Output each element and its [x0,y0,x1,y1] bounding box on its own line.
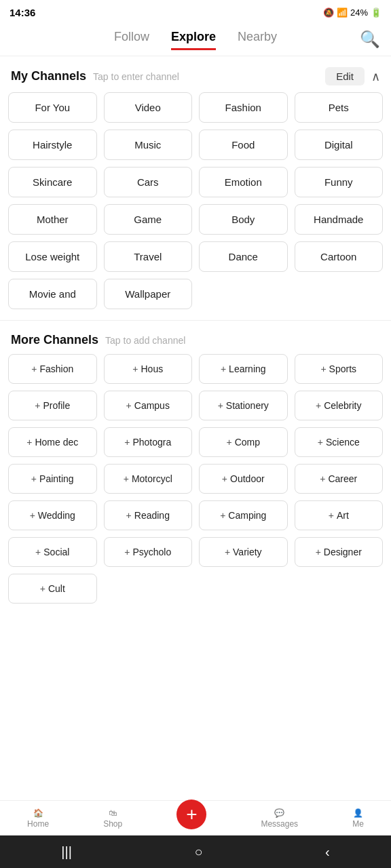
more-channel-chip[interactable]: +Learning [199,354,288,384]
more-channel-chip[interactable]: +Reading [104,500,193,530]
status-bar: 14:36 🔕 📶 24% 🔋 [0,0,391,24]
plus-icon: + [126,400,132,411]
my-channel-chip[interactable]: Food [199,130,288,160]
nav-shop-label: Shop [103,819,122,829]
nav-messages-label: Messages [261,819,298,829]
my-channel-chip[interactable]: Movie and [8,279,97,309]
more-channel-chip[interactable]: +Psycholo [104,537,193,567]
more-chip-label: Wedding [38,510,75,521]
back-button[interactable]: ‹ [325,844,330,860]
my-channel-chip[interactable]: Dance [199,241,288,272]
more-channel-chip[interactable]: +Motorcycl [104,464,193,494]
more-channels-grid: +Fashion+Hous+Learning+Sports+Profile+Ca… [0,354,391,612]
more-chip-label: Campus [134,400,170,411]
more-channel-chip[interactable]: +Hous [104,354,193,384]
more-chip-label: Outdoor [230,473,265,484]
my-channels-subtitle: Tap to enter channel [93,71,179,82]
plus-icon: + [31,363,37,374]
more-channel-chip[interactable]: +Sports [295,354,384,384]
my-channels-header: My Channels Tap to enter channel Edit ∧ [0,56,391,92]
more-channel-chip[interactable]: +Camping [199,500,288,530]
top-nav: Follow Explore Nearby 🔍 [0,24,391,50]
my-channel-chip[interactable]: Mother [8,204,97,235]
more-channels-header: More Channels Tap to add channel [0,323,391,354]
more-chip-label: Cult [48,583,65,594]
battery-text: 24% [350,7,368,18]
status-icons: 🔕 📶 24% 🔋 [323,7,381,18]
more-channel-chip[interactable]: +Stationery [199,391,288,420]
collapse-icon[interactable]: ∧ [371,69,380,84]
more-chip-label: Career [328,473,357,484]
more-chip-label: Motorcycl [132,473,172,484]
plus-icon: + [318,437,323,448]
more-chip-label: Sports [329,363,356,374]
status-time: 14:36 [10,7,35,18]
home-button[interactable]: ○ [194,844,202,860]
my-channel-chip[interactable]: Lose weight [8,241,97,272]
more-channel-chip[interactable]: +Cult [8,574,97,604]
more-channel-chip[interactable]: +Photogra [104,427,193,457]
my-channel-chip[interactable]: Game [104,204,193,235]
nav-messages[interactable]: 💬 Messages [261,808,298,829]
my-channel-chip[interactable]: Cars [104,167,193,197]
nav-shop[interactable]: 🛍 Shop [103,808,122,829]
my-channel-chip[interactable]: For You [8,92,97,123]
my-channel-chip[interactable]: Handmade [295,204,384,235]
my-channel-chip[interactable]: Travel [104,241,193,272]
my-channel-chip[interactable]: Fashion [199,92,288,123]
more-channel-chip[interactable]: +Career [295,464,384,494]
more-channel-chip[interactable]: +Art [295,500,384,530]
my-channel-chip[interactable]: Pets [295,92,384,123]
more-channel-chip[interactable]: +Fashion [8,354,97,384]
more-channel-chip[interactable]: +Science [295,427,384,457]
more-channels-subtitle: Tap to add channel [105,335,185,346]
mute-icon: 🔕 [323,7,334,18]
home-icon: 🏠 [33,808,43,818]
plus-icon: + [124,473,129,484]
more-chip-label: Hous [141,363,164,374]
nav-tabs: Follow Explore Nearby [114,30,277,50]
more-channel-chip[interactable]: +Comp [199,427,288,457]
more-channel-chip[interactable]: +Profile [8,391,97,420]
my-channel-chip[interactable]: Wallpaper [104,279,193,309]
my-channels-title-group: My Channels Tap to enter channel [11,69,179,83]
more-channel-chip[interactable]: +Wedding [8,500,97,530]
plus-icon: + [126,510,132,521]
tab-follow[interactable]: Follow [114,30,149,50]
recent-apps-button[interactable]: ||| [61,844,72,860]
my-channel-chip[interactable]: Music [104,130,193,160]
plus-icon: + [35,547,41,557]
my-channel-chip[interactable]: Video [104,92,193,123]
more-chip-label: Celebrity [324,400,361,411]
more-channel-chip[interactable]: +Campus [104,391,193,420]
my-channel-chip[interactable]: Skincare [8,167,97,197]
more-channel-chip[interactable]: +Variety [199,537,288,567]
plus-icon: + [31,473,37,484]
signal-icon: 📶 [337,7,348,18]
my-channel-chip[interactable]: Body [199,204,288,235]
my-channel-chip[interactable]: Emotion [199,167,288,197]
tab-nearby[interactable]: Nearby [238,30,277,50]
messages-icon: 💬 [274,808,284,818]
more-chip-label: Fashion [39,363,73,374]
more-chip-label: Learning [229,363,266,374]
nav-home[interactable]: 🏠 Home [27,808,49,829]
search-icon[interactable]: 🔍 [360,30,380,49]
nav-me[interactable]: 👤 Me [352,808,364,829]
more-channel-chip[interactable]: +Home dec [8,427,97,457]
edit-button[interactable]: Edit [325,67,365,85]
more-channel-chip[interactable]: +Painting [8,464,97,494]
more-channel-chip[interactable]: +Outdoor [199,464,288,494]
my-channel-chip[interactable]: Funny [295,167,384,197]
my-channel-chip[interactable]: Digital [295,130,384,160]
nav-me-label: Me [352,819,364,829]
more-channel-chip[interactable]: +Celebrity [295,391,384,420]
tab-explore[interactable]: Explore [171,30,216,50]
more-channel-chip[interactable]: +Designer [295,537,384,567]
nav-add-button[interactable]: + [176,800,206,829]
plus-icon: + [320,473,325,484]
my-channel-chip[interactable]: Cartoon [295,241,384,272]
my-channel-chip[interactable]: Hairstyle [8,130,97,160]
more-channel-chip[interactable]: +Social [8,537,97,567]
more-chip-label: Designer [324,547,362,557]
